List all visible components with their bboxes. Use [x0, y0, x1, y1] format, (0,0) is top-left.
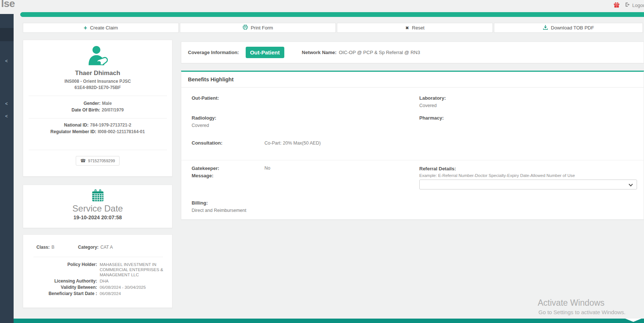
- laboratory-label: Laboratory:: [419, 95, 446, 101]
- consultation-value: Co-Part: 20% Max(50 AED): [264, 141, 321, 146]
- benefits-card: Benefits Highlight Out-Patient: Laborato…: [181, 71, 644, 220]
- consultation-label: Consultation:: [192, 140, 223, 146]
- app-logo: lse: [1, 0, 15, 10]
- print-form-label: Print Form: [251, 25, 273, 31]
- pharmacy-label: Pharmacy:: [419, 115, 444, 121]
- network-name-value: OIC-OP @ PCP & Sp Referral @ RN3: [339, 50, 420, 55]
- page: lse Logout < < < + Create Claim: [0, 0, 644, 323]
- benefits-title: Benefits Highlight: [181, 72, 644, 82]
- chevron-left-icon[interactable]: <: [5, 59, 8, 63]
- validity-between-row: Validity Between: 06/08/2024 - 30/04/202…: [23, 285, 173, 290]
- divider: [29, 118, 167, 118]
- out-patient-label: Out-Patient:: [192, 95, 219, 101]
- service-date-card: Service Date 19-10-2024 20:07:58: [23, 185, 172, 228]
- patient-name: Thaer Dhimach: [23, 70, 172, 77]
- class-label: Class:: [36, 245, 50, 250]
- beneficiary-start-value: 06/08/2024: [100, 291, 164, 296]
- national-id-row: National ID:784-1979-2713721-2: [23, 123, 172, 128]
- coverage-information-label: Coverage Information:: [188, 50, 239, 55]
- logout-icon: [625, 2, 630, 8]
- plus-icon: +: [83, 25, 87, 31]
- licensing-authority-row: Licensing Authority: DHA: [23, 278, 173, 284]
- divider: [29, 96, 167, 96]
- reset-button[interactable]: ✖ Reset: [337, 23, 493, 33]
- phone-number: 971527059299: [88, 159, 115, 163]
- gift-icon[interactable]: [613, 2, 620, 8]
- radiology-value: Covered: [192, 123, 209, 128]
- download-tob-pdf-label: Download TOB PDF: [551, 25, 594, 31]
- patient-card: Thaer Dhimach INS008 - Orient Insurance …: [23, 40, 172, 177]
- gender-row: Gender:Male: [23, 101, 172, 106]
- billing-value: Direct and Reimbursement: [192, 208, 246, 213]
- top-accent-bar: [20, 12, 644, 17]
- calendar-icon: [23, 189, 172, 203]
- network-name-label: Network Name:: [302, 50, 337, 55]
- policy-details: Policy Holder: MAHASEEL INVESTMENT IN CO…: [23, 262, 173, 297]
- bottom-tab-arrow-icon[interactable]: [625, 319, 641, 322]
- licensing-authority-value: DHA: [100, 278, 164, 284]
- chevron-down-icon: [629, 182, 633, 186]
- category-label: Category:: [78, 245, 99, 250]
- phone-button[interactable]: ☎ 971527059299: [76, 156, 119, 166]
- activate-windows-subtext: Go to Settings to activate Windows.: [538, 309, 626, 315]
- download-tob-pdf-button[interactable]: Download TOB PDF: [494, 23, 643, 33]
- referral-hint: Example: E-Referral Number-Doctor Specia…: [419, 173, 575, 178]
- referral-details-label: Referral Details:: [419, 166, 456, 171]
- policy-card: Class: B Category: CAT A Policy Holder: …: [23, 234, 172, 308]
- printer-icon: [243, 25, 248, 31]
- phone-icon: ☎: [80, 158, 86, 163]
- activate-windows-watermark: Activate Windows: [538, 298, 605, 308]
- validity-between-label: Validity Between:: [23, 285, 100, 290]
- category-value: CAT A: [100, 245, 113, 250]
- reset-label: Reset: [412, 25, 424, 31]
- policy-holder-value: MAHASEEL INVESTMENT IN COMMERCIAL ENTERP…: [100, 262, 164, 277]
- national-id-value: 784-1979-2713721-2: [90, 123, 131, 128]
- create-claim-button[interactable]: + Create Claim: [23, 23, 179, 33]
- chevron-left-icon[interactable]: <: [5, 114, 8, 118]
- chevron-left-icon[interactable]: <: [5, 102, 8, 106]
- regulator-id-value: I008-002-121178164-01: [98, 129, 145, 134]
- regulator-id-row: Regulator Member ID:I008-002-121178164-0…: [23, 129, 172, 134]
- radiology-label: Radiology:: [192, 115, 216, 121]
- service-date-value: 19-10-2024 20:07:58: [23, 214, 172, 220]
- class-category-row: Class: B Category: CAT A: [36, 245, 113, 250]
- beneficiary-start-label: Beneficiary Start Date :: [23, 291, 100, 296]
- patient-card-id: 61E4-892D-1E70-75BF: [23, 85, 172, 90]
- policy-holder-label: Policy Holder:: [23, 262, 100, 277]
- divider: [181, 87, 644, 88]
- sidebar: < < <: [0, 14, 14, 323]
- beneficiary-start-row: Beneficiary Start Date : 06/08/2024: [23, 291, 173, 296]
- licensing-authority-label: Licensing Authority:: [23, 278, 100, 284]
- divider: [33, 257, 163, 257]
- dob-row: Date Of Birth:20/07/1979: [23, 107, 172, 113]
- dob-label: Date Of Birth:: [71, 107, 100, 113]
- gender-label: Gender:: [83, 101, 100, 106]
- reset-icon: ✖: [405, 25, 409, 31]
- create-claim-label: Create Claim: [90, 25, 118, 31]
- divider: [181, 160, 644, 160]
- laboratory-value: Covered: [419, 103, 437, 108]
- gatekeeper-label: Gatekeeper:: [192, 166, 219, 171]
- referral-select[interactable]: [419, 180, 637, 189]
- policy-holder-row: Policy Holder: MAHASEEL INVESTMENT IN CO…: [23, 262, 173, 277]
- message-label: Message:: [192, 173, 213, 178]
- logout-label: Logout: [632, 3, 644, 8]
- user-avatar-icon: [23, 45, 172, 68]
- print-form-button[interactable]: Print Form: [180, 23, 336, 33]
- dob-value: 20/07/1979: [102, 107, 124, 113]
- regulator-id-label: Regulator Member ID:: [50, 129, 96, 134]
- bottom-accent-bar: [14, 319, 644, 323]
- gender-value: Male: [102, 101, 112, 106]
- class-value: B: [51, 245, 54, 250]
- sidebar-active-item[interactable]: [0, 28, 14, 41]
- download-icon: [543, 25, 548, 31]
- patient-insurer: INS008 - Orient Insurance PJSC: [23, 79, 172, 84]
- coverage-card: Coverage Information: Out-Patient Networ…: [181, 42, 644, 63]
- coverage-badge: Out-Patient: [246, 47, 284, 58]
- national-id-label: National ID:: [64, 123, 89, 128]
- validity-between-value: 06/08/2024 - 30/04/2025: [100, 285, 164, 290]
- service-date-title: Service Date: [23, 203, 172, 214]
- logout-button[interactable]: Logout: [625, 2, 644, 8]
- gatekeeper-value: No: [264, 166, 270, 171]
- billing-label: Billing:: [192, 200, 208, 206]
